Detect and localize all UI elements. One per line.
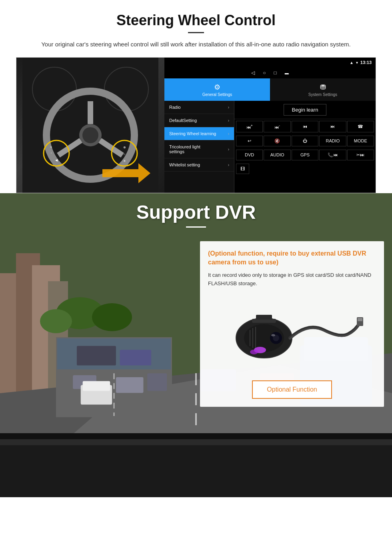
svg-rect-36	[0, 433, 392, 439]
steering-wheel-placeholder: + - ◀ ⊕ ○ ✳	[16, 58, 164, 193]
android-menu: Radio › DefaultSetting › Steering Wheel …	[164, 101, 234, 193]
radio-btn[interactable]: RADIO	[319, 136, 346, 146]
begin-learn-row: Begin learn	[234, 101, 376, 119]
svg-point-56	[250, 350, 258, 354]
control-buttons-row1: ⏮+ ⏮- ⏮ ⏭ ☎	[234, 119, 376, 134]
dvr-icon-btn[interactable]: 🎞	[236, 164, 249, 174]
power-btn[interactable]: ⏻	[292, 136, 318, 146]
mute-icon: 🔇	[274, 138, 280, 144]
vol-up-btn[interactable]: ⏮+	[236, 121, 263, 132]
control-buttons-row2: ↩ 🔇 ⏻ RADIO MODE	[234, 134, 376, 148]
wifi-icon: ▾	[356, 60, 358, 65]
dvr-screenshot-inset	[56, 337, 172, 417]
dvr-title-divider	[186, 226, 206, 228]
whitelist-chevron-icon: ›	[228, 163, 229, 167]
mode-label: MODE	[354, 138, 367, 143]
svg-text:⊕: ⊕	[123, 146, 126, 149]
menu-item-steering-wheel-learning[interactable]: Steering Wheel learning ›	[164, 127, 234, 140]
phone-icon: ☎	[358, 124, 363, 129]
inset-road-svg	[57, 337, 171, 417]
system-icon: ⛃	[320, 83, 326, 92]
menu-item-whitelist[interactable]: Whitelist setting ›	[164, 158, 234, 172]
hang-up-btn[interactable]: ↩	[236, 136, 263, 146]
signal-icon: ▲	[350, 60, 354, 65]
mute-btn[interactable]: 🔇	[264, 136, 290, 146]
back-nav-btn[interactable]: ◁	[251, 70, 255, 76]
android-statusbar: ▲ ▾ 13:13	[164, 58, 376, 67]
svg-point-25	[40, 309, 72, 333]
dvr-section: Support DVR (Optional function, require …	[0, 193, 392, 497]
phone-btn[interactable]: ☎	[347, 121, 374, 132]
steering-title: Steering Wheel Control	[16, 12, 376, 29]
prev-track-icon: ⏮	[303, 124, 307, 129]
svg-rect-60	[256, 315, 272, 320]
svg-point-5	[82, 127, 98, 143]
hang-up-icon: ↩	[248, 138, 251, 144]
dvd-btn[interactable]: DVD	[236, 150, 263, 160]
mode-btn[interactable]: MODE	[347, 136, 374, 146]
dvr-title-overlay: Support DVR	[0, 201, 392, 228]
dvr-info-box: (Optional function, require to buy exter…	[200, 241, 384, 407]
menu-tricoloured-line2: settings	[169, 149, 184, 154]
steering-wheel-image: + - ◀ ⊕ ○ ✳	[16, 58, 164, 193]
cut-next-btn[interactable]: ✂⏭	[347, 150, 374, 160]
svg-rect-34	[0, 441, 392, 497]
android-nav: ◁ ○ □ ▬	[164, 67, 376, 78]
menu-default-label: DefaultSetting	[169, 118, 197, 123]
dvr-icon: 🎞	[240, 166, 245, 171]
steering-wheel-svg: + - ◀ ⊕ ○ ✳	[22, 58, 158, 193]
svg-text:+: +	[50, 145, 52, 149]
steering-title-divider	[188, 32, 204, 33]
steering-demo-container: + - ◀ ⊕ ○ ✳ ▲ ▾ 13:13	[16, 57, 376, 193]
dvr-camera-image	[208, 294, 376, 374]
begin-learn-button[interactable]: Begin learn	[284, 104, 327, 116]
bottom-icon-row: 🎞	[234, 162, 376, 176]
audio-btn[interactable]: AUDIO	[264, 150, 290, 160]
gps-btn[interactable]: GPS	[292, 150, 318, 160]
dvr-camera-svg	[220, 298, 364, 370]
next-track-btn[interactable]: ⏭	[319, 121, 346, 132]
radio-label: RADIO	[326, 138, 340, 143]
svg-rect-41	[120, 350, 151, 365]
tab-general-label: General Settings	[202, 92, 232, 97]
phone-prev-btn[interactable]: 📞⏮	[319, 150, 346, 160]
svg-rect-43	[116, 377, 144, 393]
dvr-info-text: It can record video only to storage in G…	[208, 271, 376, 288]
default-chevron-icon: ›	[228, 118, 229, 123]
dvr-info-title: (Optional function, require to buy exter…	[208, 249, 376, 267]
svg-rect-44	[147, 373, 167, 391]
home-nav-btn[interactable]: ○	[263, 70, 266, 76]
status-time: 13:13	[360, 60, 372, 65]
android-panel: ▲ ▾ 13:13 ◁ ○ □ ▬ ⚙ General Settings ⛃ S…	[164, 58, 376, 193]
menu-item-defaultsetting[interactable]: DefaultSetting ›	[164, 114, 234, 127]
vol-down-btn[interactable]: ⏮-	[264, 121, 290, 132]
svg-text:◀: ◀	[55, 158, 58, 162]
tri-chevron-icon: ›	[228, 147, 229, 152]
menu-nav-btn[interactable]: ▬	[285, 71, 289, 75]
power-icon: ⏻	[303, 138, 307, 143]
svg-text:○: ○	[124, 152, 126, 156]
menu-tricoloured-label: Tricoloured light settings	[169, 144, 200, 154]
android-content-area: Begin learn ⏮+ ⏮- ⏮ ⏭ ☎ ↩ 🔇 ⏻	[234, 101, 376, 193]
tab-general-settings[interactable]: ⚙ General Settings	[164, 78, 270, 101]
tab-system-settings[interactable]: ⛃ System Settings	[270, 78, 376, 101]
settings-gear-icon: ⚙	[214, 83, 220, 92]
steering-section: Steering Wheel Control Your original car…	[0, 0, 392, 193]
radio-chevron-icon: ›	[228, 105, 229, 110]
phone-prev-icon: 📞⏮	[328, 152, 338, 158]
svg-point-61	[271, 334, 275, 336]
menu-item-tricoloured[interactable]: Tricoloured light settings ›	[164, 140, 234, 158]
recents-nav-btn[interactable]: □	[274, 70, 277, 76]
cut-next-icon: ✂⏭	[356, 152, 364, 158]
svg-rect-46	[83, 381, 110, 391]
tab-system-label: System Settings	[308, 92, 337, 97]
menu-item-radio[interactable]: Radio ›	[164, 101, 234, 114]
dvr-title: Support DVR	[0, 201, 392, 223]
prev-track-btn[interactable]: ⏮	[292, 121, 318, 132]
gps-label: GPS	[300, 152, 310, 157]
audio-label: AUDIO	[270, 152, 284, 157]
optional-function-button[interactable]: Optional Function	[252, 380, 332, 399]
swl-chevron-icon: ›	[228, 132, 229, 136]
svg-rect-40	[77, 346, 116, 366]
menu-radio-label: Radio	[169, 105, 181, 110]
